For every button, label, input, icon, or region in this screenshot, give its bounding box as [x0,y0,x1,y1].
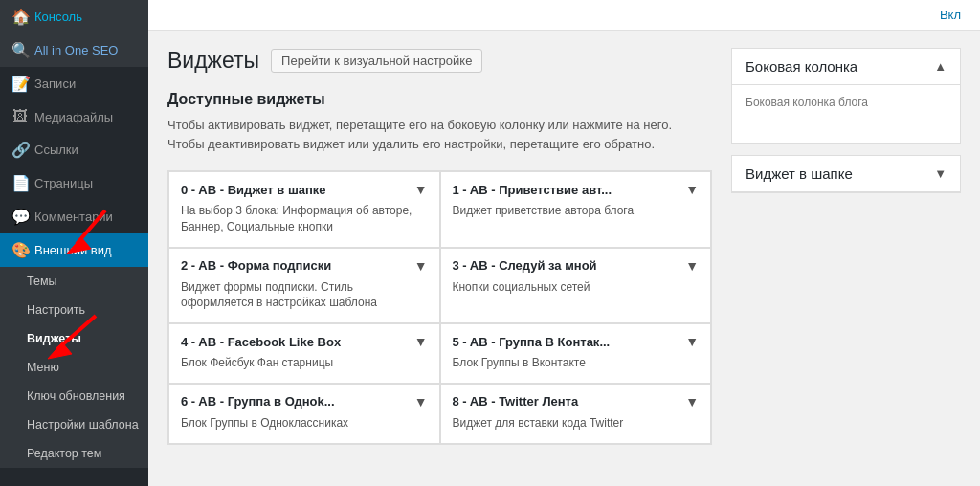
sidebar-item-themes[interactable]: Темы [0,267,148,296]
widget-desc-5: Блок Группы в Вконтакте [453,355,700,371]
sidebar-widget-header-1[interactable]: Виджет в шапке ▼ [732,156,960,192]
sidebar-item-theme-settings[interactable]: Настройки шаблона [0,410,148,439]
widget-item-2[interactable]: 2 - AB - Форма подписки ▼ Виджет формы п… [168,248,440,324]
widget-item-1[interactable]: 1 - AB - Приветствие авт... ▼ Виджет при… [440,171,712,248]
main-content: Вкл Виджеты Перейти к визуальной настрой… [148,0,980,486]
sidebar-item-theme-editor[interactable]: Редактор тем [0,439,148,468]
widget-arrow-2: ▼ [414,258,428,274]
widget-arrow-6: ▼ [414,394,428,409]
widget-arrow-0: ▼ [414,182,428,197]
widget-desc-2: Виджет формы подписки. Стиль оформляется… [181,279,428,312]
widget-desc-3: Кнопки социальных сетей [453,279,700,296]
widget-item-6[interactable]: 6 - AB - Группа в Одноk... ▼ Блок Группы… [168,384,440,444]
sidebar-item-menus[interactable]: Меню [0,353,148,382]
widget-item-5[interactable]: 5 - AB - Группа В Контак... ▼ Блок Групп… [440,323,712,384]
appearance-icon: 🎨 [11,241,29,259]
allinone-icon: 🔍 [11,41,29,59]
page-title: Виджеты [167,48,259,74]
widget-item-7[interactable]: 8 - AB - Twitter Лента ▼ Виджет для вста… [440,384,712,444]
media-icon: 🖼 [11,108,29,125]
widget-item-0[interactable]: 0 - AB - Виджет в шапке ▼ На выбор 3 бло… [168,171,440,248]
comments-icon: 💬 [11,208,29,226]
widget-desc-7: Виджет для вставки кода Twitter [453,415,700,431]
visual-setup-button[interactable]: Перейти к визуальной настройке [271,49,482,73]
sidebar-item-key[interactable]: Ключ обновления [0,382,148,410]
pages-icon: 📄 [11,174,29,192]
posts-icon: 📝 [11,75,29,93]
widgets-description: Чтобы активировать виджет, перетащите ег… [167,116,712,153]
topbar-link[interactable]: Вкл [940,8,961,22]
sidebar-widget-arrow-0: ▲ [934,59,947,74]
widget-desc-4: Блок Фейсбук Фан старницы [181,355,428,371]
widget-item-3[interactable]: 3 - AB - Следуй за мной ▼ Кнопки социаль… [440,248,712,324]
widget-desc-1: Виджет приветствие автора блога [453,203,700,219]
widget-item-4[interactable]: 4 - AB - Facebook Like Box ▼ Блок Фейсбу… [168,323,440,384]
widget-arrow-3: ▼ [685,258,699,274]
widget-arrow-1: ▼ [685,182,699,197]
top-bar: Вкл [148,0,980,31]
widget-arrow-4: ▼ [414,334,428,349]
sidebar-item-appearance[interactable]: 🎨 Внешний вид [0,233,148,267]
sidebar-item-console[interactable]: 🏠 Консоль [0,0,148,33]
widgets-grid: 0 - AB - Виджет в шапке ▼ На выбор 3 бло… [167,170,712,445]
content-area: Виджеты Перейти к визуальной настройке Д… [148,31,980,462]
sidebar-widget-arrow-1: ▼ [934,166,947,181]
sidebar-widget-body-0: Боковая колонка блога [732,85,960,143]
left-panel: Виджеты Перейти к визуальной настройке Д… [167,48,712,445]
sidebar-item-comments[interactable]: 💬 Комментарии [0,200,148,233]
available-widgets-title: Доступные виджеты [167,91,712,108]
sidebar-item-allinone[interactable]: 🔍 All in One SEO [0,33,148,67]
links-icon: 🔗 [11,141,29,159]
widget-desc-6: Блок Группы в Одноклассниках [181,415,428,431]
page-header: Виджеты Перейти к визуальной настройке [167,48,712,74]
sidebar-item-links[interactable]: 🔗 Ссылки [0,133,148,166]
widget-arrow-7: ▼ [685,394,699,409]
sidebar-widget-header-0[interactable]: Боковая колонка ▲ [732,49,960,85]
sidebar-widget-box-0: Боковая колонка ▲ Боковая колонка блога [731,48,961,144]
widget-arrow-5: ▼ [685,334,699,349]
right-panel: Боковая колонка ▲ Боковая колонка блога … [731,48,961,445]
console-icon: 🏠 [11,8,29,26]
widget-desc-0: На выбор 3 блока: Информация об авторе, … [181,203,428,235]
sidebar-widget-box-1: Виджет в шапке ▼ [731,155,961,193]
sidebar-item-media[interactable]: 🖼 Медиафайлы [0,100,148,133]
sidebar-item-widgets[interactable]: Виджеты [0,324,148,353]
sidebar-item-posts[interactable]: 📝 Записи [0,67,148,100]
appearance-submenu: Темы Настроить Виджеты Меню Ключ обновле… [0,267,148,468]
sidebar-item-pages[interactable]: 📄 Страницы [0,166,148,200]
sidebar-item-customize[interactable]: Настроить [0,296,148,324]
sidebar: 🏠 Консоль 🔍 All in One SEO 📝 Записи 🖼 Ме… [0,0,148,486]
